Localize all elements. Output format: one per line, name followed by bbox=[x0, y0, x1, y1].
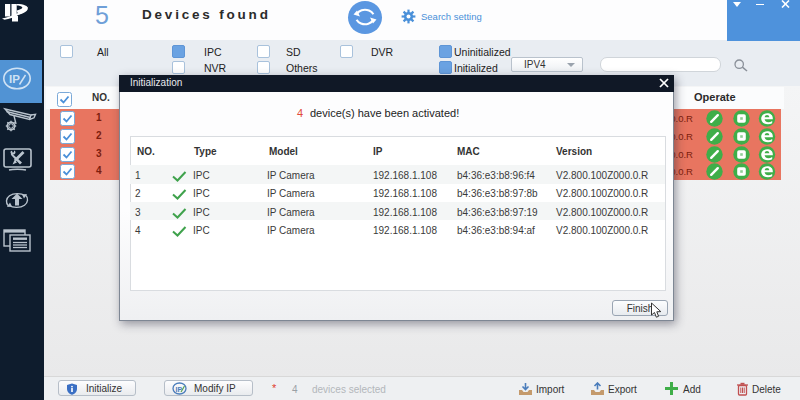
svg-text:IP: IP bbox=[9, 73, 20, 85]
